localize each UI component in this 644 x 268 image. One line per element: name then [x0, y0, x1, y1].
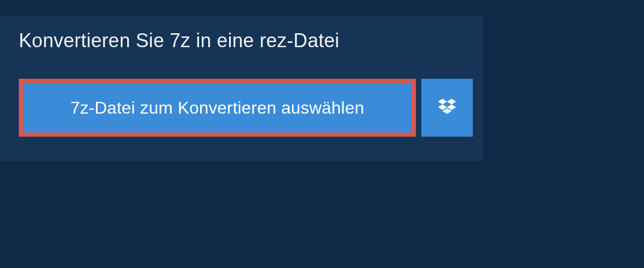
upload-button-row: 7z-Datei zum Konvertieren auswählen [0, 79, 483, 137]
dropbox-icon [436, 96, 458, 119]
heading-container: Konvertieren Sie 7z in eine rez-Datei [0, 16, 358, 65]
select-file-button-label: 7z-Datei zum Konvertieren auswählen [70, 98, 364, 118]
dropbox-button[interactable] [421, 79, 473, 137]
select-file-button[interactable]: 7z-Datei zum Konvertieren auswählen [19, 79, 416, 137]
converter-panel: Konvertieren Sie 7z in eine rez-Datei 7z… [0, 16, 483, 161]
page-title: Konvertieren Sie 7z in eine rez-Datei [19, 29, 339, 52]
